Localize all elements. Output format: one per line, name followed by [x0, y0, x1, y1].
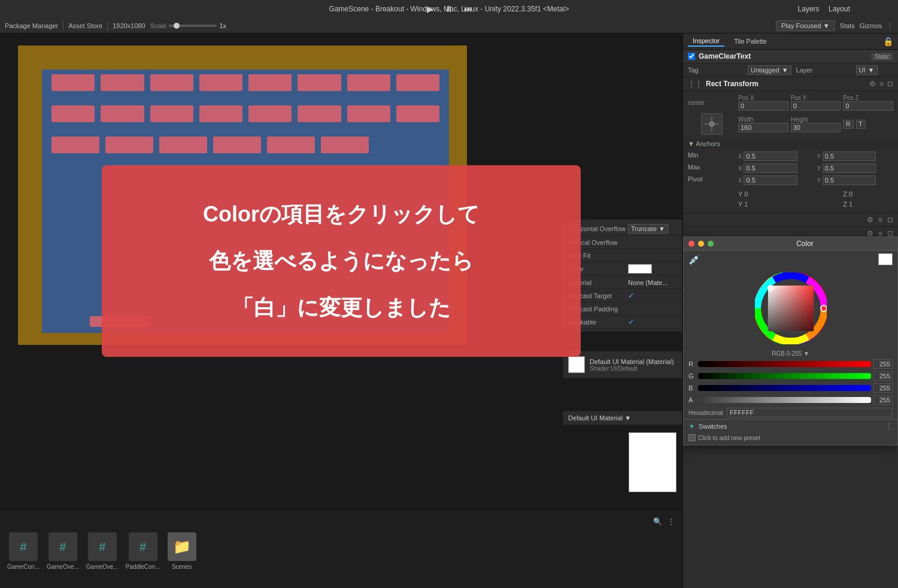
hex-label-text: Hexadecimal: [688, 410, 724, 416]
scale-slider[interactable]: [169, 25, 217, 27]
pause-button[interactable]: ⏸: [444, 4, 454, 14]
y0-label: Y 0: [738, 190, 788, 198]
step-button[interactable]: ⏭: [463, 4, 473, 14]
color-row[interactable]: Color: [563, 262, 682, 276]
list-item[interactable]: # PaddleCon...: [126, 532, 160, 570]
add-preset-label[interactable]: Click to add new preset: [698, 435, 760, 441]
swatches-triangle: ▼: [688, 423, 695, 430]
scale-label: Scale: [150, 22, 167, 29]
left-panel: Colorの項目をクリックして 色を選べるようになったら 「白」に変更しました …: [0, 34, 682, 588]
tab-tile-palette[interactable]: Tile Palette: [729, 37, 772, 46]
white-preview-large: [629, 432, 676, 492]
file-icon-2: #: [88, 532, 117, 561]
color-swatch[interactable]: [628, 264, 652, 274]
swatches-more-icon[interactable]: ⋮: [885, 422, 893, 431]
rect-more-icon[interactable]: ≡: [879, 80, 884, 88]
cp-min-dot[interactable]: [698, 241, 704, 247]
color-wheel[interactable]: [755, 272, 827, 344]
color-picker-title-bar: Color: [684, 237, 897, 251]
rect-r-btn[interactable]: R: [843, 120, 853, 129]
brick: [101, 105, 144, 122]
swatches-label: Swatches: [699, 423, 727, 430]
toolbar-right: Play Focused ▼ Stats Gizmos ⋮: [776, 20, 893, 31]
list-item[interactable]: 📁 Scenes: [168, 532, 196, 570]
asset-store-btn[interactable]: Asset Store: [68, 22, 102, 29]
object-enabled-checkbox[interactable]: [688, 53, 695, 60]
anchor-widget[interactable]: [701, 113, 723, 135]
swatches-section: ▼ Swatches ⋮: [684, 419, 897, 433]
file-toolbar-more[interactable]: ⋮: [667, 517, 675, 526]
rect-expand-icon[interactable]: ⋮⋮: [688, 80, 702, 88]
b-bar[interactable]: [698, 385, 871, 391]
anchor-min-x[interactable]: [744, 151, 797, 161]
overflow2-icon[interactable]: ⊡: [887, 216, 893, 224]
cp-title: Color: [796, 240, 814, 248]
brick: [51, 105, 95, 122]
width-input[interactable]: [738, 123, 788, 132]
a-value-input[interactable]: [873, 395, 893, 405]
object-header: GameClearText Static: [683, 50, 898, 63]
layers-text: Layers: [798, 5, 820, 13]
rect-t-btn[interactable]: T: [856, 120, 866, 129]
resolution-selector[interactable]: 1920x1080: [113, 22, 145, 29]
b-value-input[interactable]: [873, 383, 893, 393]
toolbar-sep-2: [107, 21, 108, 31]
pos-y-input[interactable]: [791, 101, 841, 111]
file-label-2: GameOve...: [86, 563, 119, 570]
material-preview-icon: [568, 356, 585, 373]
pivot-x[interactable]: [744, 175, 797, 185]
r-label: R: [688, 360, 696, 368]
pivot-y[interactable]: [823, 175, 876, 185]
g-value-input[interactable]: [873, 371, 893, 381]
brick-row-1: [42, 69, 449, 96]
gizmos-button[interactable]: Gizmos: [860, 22, 882, 29]
rect-settings-icon[interactable]: ⚙: [869, 80, 876, 88]
hex-input[interactable]: [727, 408, 893, 417]
settings-icon[interactable]: ⚙: [867, 216, 873, 224]
inspector-lock-icon[interactable]: 🔒: [883, 37, 893, 46]
pos-z-input[interactable]: [843, 101, 893, 111]
list-item[interactable]: # GameOve...: [86, 532, 119, 570]
anchor-min-y[interactable]: [823, 151, 876, 161]
best-fit-row: Best Fit: [563, 249, 682, 262]
rect-overflow-icon[interactable]: ⊡: [887, 80, 893, 88]
tab-inspector[interactable]: Inspector: [688, 36, 724, 47]
horizontal-overflow-value[interactable]: Truncate ▼: [628, 224, 668, 234]
more-icon[interactable]: ≡: [878, 216, 882, 224]
height-input[interactable]: [791, 123, 841, 132]
r-value-input[interactable]: [873, 359, 893, 369]
g-bar[interactable]: [698, 373, 871, 379]
default-mat-panel: Default UI Material ▼: [563, 411, 682, 425]
play-button[interactable]: ▶: [425, 4, 435, 14]
layer-value[interactable]: UI ▼: [856, 65, 878, 75]
layout-text: Layout: [829, 5, 850, 13]
file-label-0: GameCon...: [7, 563, 40, 570]
play-focused-button[interactable]: Play Focused ▼: [776, 20, 835, 31]
file-toolbar-search-icon[interactable]: 🔍: [653, 517, 662, 526]
toolbar-more[interactable]: ⋮: [887, 22, 893, 29]
anchor-pos-label: center: [688, 99, 736, 106]
eyedropper-icon[interactable]: 💉: [688, 254, 700, 265]
anchor-max-x[interactable]: [744, 163, 797, 173]
r-bar[interactable]: [698, 361, 871, 367]
list-item[interactable]: # GameOve...: [47, 532, 79, 570]
color-preview-swatch: [878, 253, 893, 265]
color-picker-panel: Color 💉: [683, 237, 898, 445]
add-preset-row: Click to add new preset: [684, 433, 897, 445]
b-channel-row: B: [684, 382, 897, 394]
brick: [150, 105, 193, 122]
anchors-grid: Min X Y Max X Y Pivot X: [683, 149, 898, 187]
scale-thumb: [174, 23, 180, 29]
pos-x-input[interactable]: [738, 101, 788, 111]
a-bar[interactable]: [698, 397, 871, 403]
cp-close-dot[interactable]: [688, 241, 694, 247]
rgb-mode-selector[interactable]: RGB 0-255 ▼: [684, 349, 897, 358]
material-sub-panel: Default UI Material (Material) Shader UI…: [563, 351, 682, 378]
brick: [105, 137, 153, 153]
tag-value[interactable]: Untagged ▼: [748, 65, 791, 75]
anchor-max-y[interactable]: [823, 163, 876, 173]
cp-max-dot[interactable]: [708, 241, 714, 247]
list-item[interactable]: # GameCon...: [7, 532, 40, 570]
package-manager-btn[interactable]: Package Manager: [5, 22, 58, 29]
stats-button[interactable]: Stats: [840, 22, 855, 29]
